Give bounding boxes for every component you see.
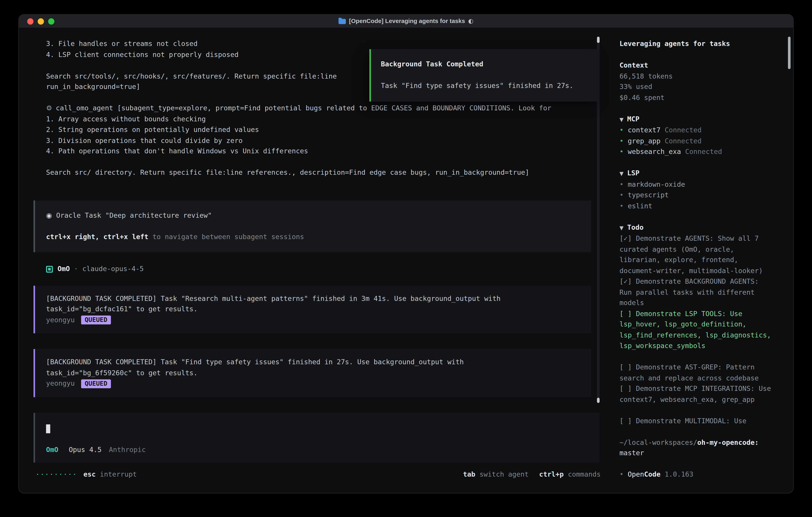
agent-model: claude-opus-4-5 [82,265,144,272]
todo-item-in-progress: [ ] Demonstrate LSP TOOLS: Use lsp_hover… [619,308,771,351]
screen: [OpenCode] Leveraging agents for tasks ◐… [0,0,812,517]
agent-header: OmO·claude-opus-4-5 [34,264,591,274]
prompt-input[interactable]: OmOOpus 4.5Anthropic [34,413,600,463]
todo-item-pending: [ ] Demonstrate MCP INTEGRATIONS: Use co… [619,384,771,405]
half-circle-icon: ◐ [468,16,473,27]
message-text: task_id="bg_6f59260c" to get results. [46,368,579,378]
message-block: [BACKGROUND TASK COMPLETED] Task "Find t… [34,349,591,397]
oracle-task-panel: ◉Oracle Task "Deep architecture review" … [34,200,591,252]
queued-badge: QUEUED [81,379,111,388]
background-task-notification: Background Task Completed Task "Find typ… [370,49,600,102]
mcp-section-header[interactable]: ▼MCP [619,114,784,125]
mcp-item: •context7Connected [619,125,784,136]
bullet-icon: • [619,470,624,478]
oracle-title-line: ◉Oracle Task "Deep architecture review" [46,210,579,221]
input-provider-name: Anthropic [109,446,146,454]
todo-item-done: [✓] Demonstrate BACKGROUND AGENTS: Run p… [619,276,771,308]
author: yeongyu [46,378,75,389]
window-titlebar[interactable]: [OpenCode] Leveraging agents for tasks ◐ [19,15,793,28]
tool-call-text: call_omo_agent [subagent_type=explore, p… [56,104,551,112]
close-window-button[interactable] [27,18,33,24]
notification-body: Task "Find type safety issues" finished … [381,81,600,91]
gear-icon: ⚙ [46,104,52,112]
message-text: [BACKGROUND TASK COMPLETED] Task "Resear… [46,293,579,304]
input-line[interactable] [46,423,587,434]
workspace-branch: master [619,448,784,459]
main-scrollbar-thumb[interactable] [597,36,600,43]
bullet-icon: • [619,191,624,199]
message-meta: yeongyu QUEUED [46,378,579,389]
tab-label: switch agent [480,469,529,480]
input-agent-name: OmO [46,446,58,454]
commands-key: ctrl+p [539,469,563,480]
main-scrollbar-thumb[interactable] [597,398,600,403]
separator-dot: · [74,265,78,272]
opencode-version: •OpenCode1.0.163 [619,469,784,480]
mcp-item: •grep_appConnected [619,136,784,146]
chevron-down-icon: ▼ [619,225,624,230]
todo-item-done: [✓] Demonstrate AGENTS: Show all 7 curat… [619,233,771,276]
input-model-name: Opus 4.5 [69,446,102,454]
lsp-item: •eslint [619,201,784,212]
minimize-window-button[interactable] [38,18,44,24]
sidebar-scrollbar-thumb[interactable] [788,36,791,69]
todo-item-pending: [ ] Demonstrate AST-GREP: Pattern search… [619,362,771,383]
lsp-item: •typescript [619,190,784,201]
esc-key: esc [84,469,96,480]
bullet-icon: • [619,202,624,210]
message-text: task_id="bg_dcfac161" to get results. [46,304,579,315]
tool-call-line: 4. Path operations that don't handle Win… [34,146,591,157]
tool-call-line: 1. Array access without bounds checking [34,114,591,125]
window-title-text: [OpenCode] Leveraging agents for tasks [349,16,465,27]
context-spent: $0.46 spent [619,92,784,103]
tab-hint: tabswitch agent [463,469,528,480]
notification-title: Background Task Completed [381,59,600,70]
commands-hint: ctrl+pcommands [539,469,601,480]
mcp-item: •websearch_exaConnected [619,146,784,157]
oracle-title: Oracle Task "Deep architecture review" [56,211,212,219]
workspace-path: ~/local-workspaces/oh-my-opencode: [619,437,784,448]
esc-label: interrupt [100,469,137,480]
context-used: 33% used [619,82,784,92]
todo-section-header[interactable]: ▼Todo [619,222,784,233]
sidebar-scrollbar[interactable] [788,36,791,484]
chevron-down-icon: ▼ [619,116,624,122]
queued-badge: QUEUED [81,316,111,324]
message-text: [BACKGROUND TASK COMPLETED] Task "Find t… [46,357,579,368]
zoom-window-button[interactable] [48,18,54,24]
session-title: Leveraging agents for tasks [619,39,784,50]
chat-pane: 3. File handles or streams not closed 4.… [19,28,613,493]
nav-hint: ctrl+x right, ctrl+x left to navigate be… [46,232,579,242]
text-cursor [46,424,50,433]
agent-checkbox-icon [46,266,53,272]
input-model-row: OmOOpus 4.5Anthropic [46,444,587,455]
todo-item-pending: [ ] Demonstrate MULTIMODAL: Use [619,416,771,427]
tab-key: tab [463,469,475,480]
record-dot-icon: ◉ [46,211,52,219]
bullet-icon: • [619,137,624,144]
session-sidebar: Leveraging agents for tasks Context 66,5… [613,28,793,493]
tool-call-line: 3. Division operations that could divide… [34,135,591,146]
agent-name: OmO [58,265,70,272]
tool-call-line: ⚙call_omo_agent [subagent_type=explore, … [34,103,591,114]
tool-call-line [34,157,591,167]
context-heading: Context [619,60,784,71]
terminal-window: [OpenCode] Leveraging agents for tasks ◐… [19,15,793,493]
lsp-section-header[interactable]: ▼LSP [619,168,784,179]
bullet-icon: • [619,180,624,188]
bullet-icon: • [619,147,624,155]
tool-call-line: 2. String operations on potentially unde… [34,125,591,135]
log-line: 3. File handles or streams not closed [34,39,591,50]
message-meta: yeongyu QUEUED [46,315,579,325]
nav-hint-keys: ctrl+x right, ctrl+x left [46,233,148,240]
folder-icon [339,19,346,24]
message-block: [BACKGROUND TASK COMPLETED] Task "Resear… [34,285,591,333]
lsp-item: •markdown-oxide [619,179,784,190]
nav-hint-text: to navigate between subagent sessions [148,233,304,240]
chevron-down-icon: ▼ [619,170,624,176]
status-bar: ········· escinterrupt tabswitch agent c… [19,469,613,480]
esc-hint: escinterrupt [84,469,137,480]
traffic-lights [27,15,54,28]
agent-header-text: OmO·claude-opus-4-5 [58,264,144,274]
author: yeongyu [46,315,75,325]
